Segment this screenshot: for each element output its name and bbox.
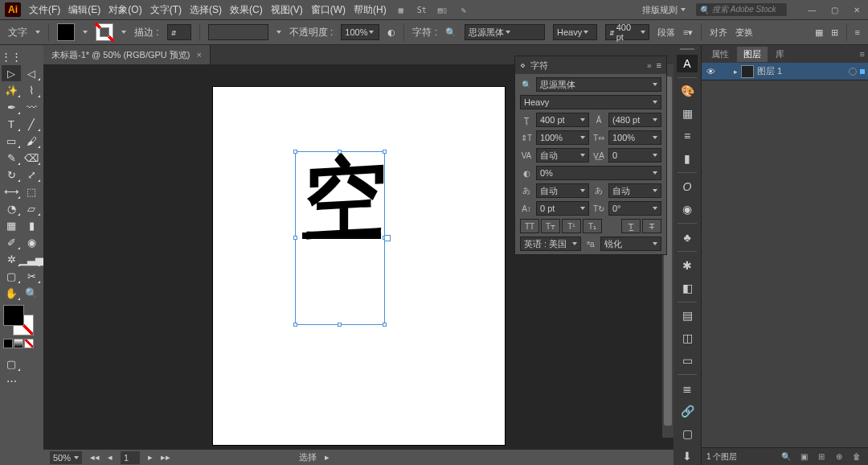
line-tool[interactable]: ╱ xyxy=(22,116,41,132)
resize-handle[interactable] xyxy=(293,150,297,154)
foreground-swatch[interactable] xyxy=(3,305,24,326)
status-menu-icon[interactable]: ▸ xyxy=(325,452,330,463)
pathfinder-dock-icon[interactable]: ◫ xyxy=(677,329,698,347)
tab-layers[interactable]: 图层 xyxy=(737,47,768,62)
slice-tool[interactable]: ✂ xyxy=(22,268,41,284)
language-select[interactable]: 英语 : 美国 xyxy=(520,237,581,251)
align-dock-icon[interactable]: ▤ xyxy=(677,307,698,324)
tracking-select[interactable]: 0 xyxy=(608,148,661,163)
perspective-tool[interactable]: ▱ xyxy=(22,200,41,216)
menu-window[interactable]: 窗口(W) xyxy=(311,3,346,17)
subscript-button[interactable]: T₁ xyxy=(583,219,602,233)
transform-dock-icon[interactable]: ▭ xyxy=(677,352,698,369)
blend-tool[interactable]: ◉ xyxy=(22,234,41,250)
color-mode-none[interactable] xyxy=(24,339,34,348)
locate-button[interactable]: 🔍 xyxy=(780,451,792,463)
baseline-select[interactable]: 0 pt xyxy=(536,201,589,216)
menu-help[interactable]: 帮助(H) xyxy=(354,3,387,17)
pen-tool[interactable]: ✒ xyxy=(2,99,21,115)
layer-row[interactable]: 👁 ▸ 图层 1 xyxy=(702,63,868,80)
artboards-dock-icon[interactable]: ▢ xyxy=(677,425,698,442)
gpu-icon[interactable]: ✎ xyxy=(457,3,470,16)
chevron-down-icon[interactable] xyxy=(276,31,281,34)
hand-tool[interactable]: ✋ xyxy=(2,285,21,301)
transparency-dock-icon[interactable]: O xyxy=(677,178,698,195)
artboard-nav-prev1[interactable]: ◂ xyxy=(108,452,113,463)
close-tab-icon[interactable]: × xyxy=(197,50,202,60)
menu-select[interactable]: 选择(S) xyxy=(190,3,222,17)
stroke-swatch[interactable] xyxy=(96,23,113,41)
char-opacity-select[interactable]: 0% xyxy=(536,166,661,180)
recolor-icon[interactable]: ◐ xyxy=(387,27,395,38)
actions-dock-icon[interactable]: ≣ xyxy=(677,380,698,397)
visibility-toggle[interactable]: 👁 xyxy=(705,67,716,76)
font-weight-field[interactable]: Heavy xyxy=(553,24,597,40)
character-panel-header[interactable]: ⋄ 字符 » ≡ xyxy=(515,56,666,74)
magic-wand-tool[interactable]: ✨ xyxy=(2,82,21,98)
gradient-tool[interactable]: ▮ xyxy=(22,217,41,233)
maximize-button[interactable]: ▢ xyxy=(828,3,841,16)
mesh-tool[interactable]: ▦ xyxy=(2,217,21,233)
edit-toolbar[interactable]: ⋯ xyxy=(2,372,21,389)
collapse-icon[interactable]: » xyxy=(647,61,652,70)
gradient-dock-icon[interactable]: ▮ xyxy=(677,150,698,167)
auto2-select[interactable]: 自动 xyxy=(608,183,661,198)
asset-export-dock-icon[interactable]: ⬇ xyxy=(677,447,698,465)
delete-layer-button[interactable]: 🗑 xyxy=(850,451,863,463)
align-button[interactable]: 对齐 xyxy=(710,27,727,39)
lasso-tool[interactable]: ⌇ xyxy=(22,82,41,98)
isolate-icon[interactable]: ▦ xyxy=(815,27,823,38)
all-caps-button[interactable]: TT xyxy=(520,219,539,233)
transform-button[interactable]: 变换 xyxy=(735,27,753,39)
resize-handle[interactable] xyxy=(293,323,297,327)
menu-object[interactable]: 对象(O) xyxy=(108,3,141,17)
new-sublayer-button[interactable]: ⊞ xyxy=(815,451,828,463)
resize-handle[interactable] xyxy=(338,150,342,154)
artboard-nav-prev[interactable]: ◂◂ xyxy=(90,452,100,463)
strikethrough-button[interactable]: T̶ xyxy=(642,219,661,233)
panel-menu-icon[interactable]: ≡ xyxy=(860,49,865,59)
tab-libraries[interactable]: 库 xyxy=(769,47,791,62)
font-weight-select[interactable]: Heavy xyxy=(520,95,661,109)
graph-tool[interactable]: ▁▃▅ xyxy=(22,251,41,267)
font-family-field[interactable]: 思源黑体 xyxy=(465,24,545,40)
swatches-dock-icon[interactable]: ▦ xyxy=(677,105,698,122)
zoom-field[interactable]: 50% xyxy=(50,451,82,464)
menu-edit[interactable]: 编辑(E) xyxy=(68,3,100,17)
menu-view[interactable]: 视图(V) xyxy=(271,3,303,17)
shaper-tool[interactable]: ✎ xyxy=(2,150,21,166)
fill-swatch[interactable] xyxy=(57,23,75,41)
fill-stroke-swatch[interactable] xyxy=(2,302,42,352)
auto1-select[interactable]: 自动 xyxy=(536,183,589,198)
search-stock-input[interactable]: 🔍 搜索 Adobe Stock xyxy=(695,2,788,17)
eraser-tool[interactable]: ⌫ xyxy=(22,150,41,166)
gripper-icon[interactable]: ⋮⋮ xyxy=(2,48,21,64)
color-mode-solid[interactable] xyxy=(3,339,13,348)
resize-handle[interactable] xyxy=(383,323,387,327)
character-dock-icon[interactable]: A xyxy=(677,55,698,72)
kerning-select[interactable]: 自动 xyxy=(536,148,589,163)
resize-handle[interactable] xyxy=(338,323,342,327)
clip-mask-button[interactable]: ▣ xyxy=(797,451,810,463)
workspace-switcher[interactable]: 排版规则 xyxy=(642,4,686,16)
graphic-styles-dock-icon[interactable]: ◧ xyxy=(677,279,698,297)
shape-builder-tool[interactable]: ◔ xyxy=(2,200,21,216)
new-layer-button[interactable]: ⊕ xyxy=(833,451,845,463)
arrange-icon[interactable]: ▤▯ xyxy=(436,3,449,16)
links-dock-icon[interactable]: 🔗 xyxy=(677,402,698,420)
tab-properties[interactable]: 属性 xyxy=(705,47,735,62)
selection-tool[interactable]: ▷ xyxy=(2,65,21,81)
chevron-down-icon[interactable] xyxy=(121,31,126,34)
direct-selection-tool[interactable]: ◁ xyxy=(22,65,41,81)
resize-handle[interactable] xyxy=(383,150,387,154)
font-family-select[interactable]: 思源黑体 xyxy=(536,77,661,92)
dock-grip[interactable] xyxy=(680,48,694,50)
resize-handle[interactable] xyxy=(293,236,297,240)
underline-button[interactable]: T̲ xyxy=(621,219,641,233)
text-outport[interactable] xyxy=(384,235,391,241)
layer-target[interactable] xyxy=(849,68,857,76)
superscript-button[interactable]: T¹ xyxy=(562,219,581,233)
eyedropper-tool[interactable]: ✐ xyxy=(2,234,21,250)
chevron-down-icon[interactable] xyxy=(35,31,40,34)
stroke-dock-icon[interactable]: ≡ xyxy=(677,127,698,145)
